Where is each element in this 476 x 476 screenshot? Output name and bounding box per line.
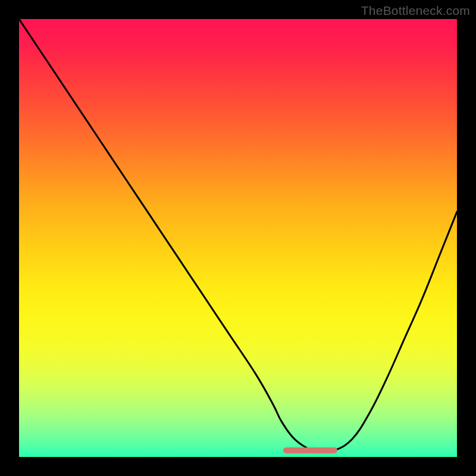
chart-frame: TheBottleneck.com — [0, 0, 476, 476]
watermark-text: TheBottleneck.com — [361, 4, 470, 18]
plot-area — [19, 19, 457, 457]
curve-svg — [19, 19, 457, 457]
bottleneck-curve — [19, 19, 457, 452]
